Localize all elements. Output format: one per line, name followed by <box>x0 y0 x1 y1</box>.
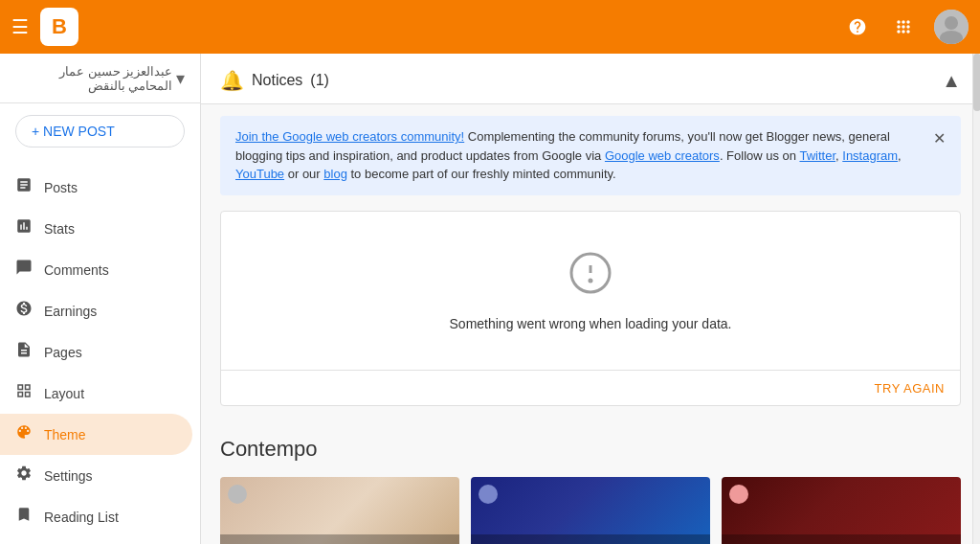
sidebar-item-comments[interactable]: Comments <box>0 249 192 290</box>
sidebar-item-reading-list[interactable]: Reading List <box>0 496 192 537</box>
blog-selector[interactable]: عبدالعزيز حسين عمار المحامي بالنقض ▾ <box>0 54 200 103</box>
community-link[interactable]: Join the Google web creators community! <box>235 129 464 144</box>
sidebar-item-view-blog[interactable]: View blog <box>0 537 192 544</box>
sidebar-item-earnings-label: Earnings <box>44 304 97 319</box>
stats-icon <box>15 217 33 239</box>
notices-count: (1) <box>310 72 329 89</box>
web-creators-link[interactable]: Google web creators <box>605 148 720 163</box>
sidebar-item-stats-label: Stats <box>44 221 75 237</box>
error-icon <box>568 250 613 305</box>
themes-section: Contempo Here and There Here and There <box>201 421 980 545</box>
notices-collapse-icon[interactable]: ▲ <box>942 70 961 92</box>
sidebar-item-earnings[interactable]: Earnings <box>0 290 192 331</box>
blogger-logo: B <box>40 8 78 46</box>
user-avatar[interactable] <box>934 10 969 44</box>
topbar: ☰ B <box>0 0 980 54</box>
theme-card-2[interactable]: Here and There <box>471 477 710 545</box>
hamburger-icon[interactable]: ☰ <box>11 15 29 38</box>
theme-card-avatar-1 <box>228 485 247 504</box>
bell-icon: 🔔 <box>220 69 244 92</box>
sidebar-item-pages-label: Pages <box>44 345 82 360</box>
content-area: 🔔 Notices (1) ▲ Join the Google web crea… <box>201 54 980 544</box>
theme-card-avatar-2 <box>479 485 498 504</box>
twitter-link[interactable]: Twitter <box>799 148 835 163</box>
sidebar-item-reading-list-label: Reading List <box>44 510 119 525</box>
notices-label: Notices <box>252 72 302 89</box>
layout-icon <box>15 382 33 404</box>
comments-icon <box>15 259 33 281</box>
notice-close-icon[interactable]: ✕ <box>933 127 946 150</box>
settings-icon <box>15 465 33 487</box>
scrollbar-track[interactable] <box>972 54 980 544</box>
blog-name: عبدالعزيز حسين عمار المحامي بالنقض <box>15 64 172 93</box>
themes-section-title: Contempo <box>220 437 961 462</box>
topbar-actions <box>842 10 969 44</box>
sidebar-item-pages[interactable]: Pages <box>0 331 192 373</box>
sidebar-item-comments-label: Comments <box>44 262 109 278</box>
theme-card-overlay-3: Here and There <box>722 534 961 545</box>
earnings-icon <box>15 300 33 322</box>
theme-card-1[interactable]: Here and There <box>220 477 459 545</box>
sidebar-item-theme-label: Theme <box>44 427 86 442</box>
sidebar-item-posts-label: Posts <box>44 180 78 195</box>
instagram-link[interactable]: Instagram <box>842 148 898 163</box>
theme-card-overlay-1: Here and There <box>220 534 459 545</box>
reading-list-icon <box>15 506 33 528</box>
posts-icon <box>15 176 33 198</box>
scrollbar-thumb[interactable] <box>973 54 980 111</box>
notice-banner: Join the Google web creators community! … <box>220 116 961 195</box>
theme-icon <box>15 423 33 445</box>
notices-title: 🔔 Notices (1) <box>220 69 329 92</box>
new-post-button[interactable]: + NEW POST <box>15 115 185 147</box>
sidebar-item-layout-label: Layout <box>44 386 84 401</box>
try-again-button[interactable]: TRY AGAIN <box>875 381 945 396</box>
sidebar-item-posts[interactable]: Posts <box>0 167 192 208</box>
blog-link[interactable]: blog <box>323 167 347 181</box>
theme-card-3[interactable]: Here and There <box>722 477 961 545</box>
error-card: Something went wrong when loading your d… <box>220 211 961 406</box>
sidebar-item-settings-label: Settings <box>44 468 93 484</box>
sidebar-item-theme[interactable]: Theme <box>0 414 192 455</box>
pages-icon <box>15 341 33 363</box>
themes-grid: Here and There Here and There <box>220 477 961 545</box>
main-layout: عبدالعزيز حسين عمار المحامي بالنقض ▾ + N… <box>0 54 980 544</box>
notice-banner-text: Join the Google web creators community! … <box>235 127 925 184</box>
theme-card-overlay-2: Here and There <box>471 534 710 545</box>
notices-header: 🔔 Notices (1) ▲ <box>201 54 980 104</box>
error-message: Something went wrong when loading your d… <box>450 316 732 331</box>
svg-point-5 <box>590 280 591 282</box>
apps-icon[interactable] <box>888 11 919 42</box>
sidebar: عبدالعزيز حسين عمار المحامي بالنقض ▾ + N… <box>0 54 201 544</box>
youtube-link[interactable]: YouTube <box>235 167 284 181</box>
sidebar-item-layout[interactable]: Layout <box>0 373 192 414</box>
sidebar-item-stats[interactable]: Stats <box>0 208 192 249</box>
sidebar-item-settings[interactable]: Settings <box>0 455 192 496</box>
theme-card-avatar-3 <box>729 485 748 504</box>
svg-point-1 <box>945 16 958 30</box>
error-content: Something went wrong when loading your d… <box>221 212 960 370</box>
help-icon[interactable] <box>842 11 873 42</box>
blog-selector-arrow: ▾ <box>176 68 185 89</box>
error-footer: TRY AGAIN <box>221 370 960 405</box>
